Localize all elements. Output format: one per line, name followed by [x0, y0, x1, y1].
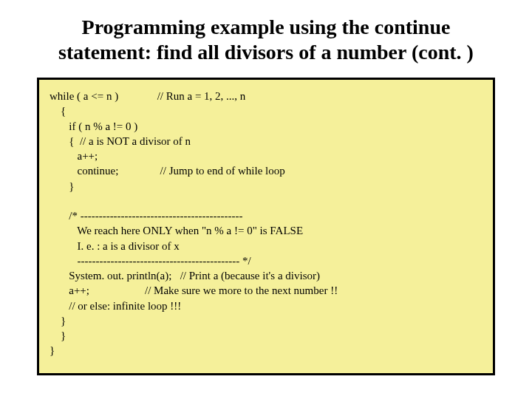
code-line: ----------------------------------------…	[50, 255, 251, 267]
code-line: while ( a <= n ) // Run a = 1, 2, ..., n	[50, 90, 245, 102]
slide-title: Programming example using the continue s…	[37, 15, 495, 64]
code-line: /* -------------------------------------…	[50, 210, 242, 222]
code-line: }	[50, 330, 66, 341]
code-line: continue; // Jump to end of while loop	[50, 165, 285, 177]
code-line: }	[50, 315, 66, 327]
code-content: while ( a <= n ) // Run a = 1, 2, ..., n…	[50, 89, 482, 358]
code-block: while ( a <= n ) // Run a = 1, 2, ..., n…	[37, 78, 495, 375]
code-line: // or else: infinite loop !!!	[50, 300, 181, 312]
slide: Programming example using the continue s…	[0, 0, 532, 399]
code-line: }	[50, 344, 55, 356]
code-line: a++;	[50, 150, 98, 162]
code-line: We reach here ONLY when "n % a != 0" is …	[50, 225, 303, 236]
code-line: I. e. : a is a divisor of x	[50, 240, 180, 252]
code-line: {	[50, 105, 66, 117]
code-line: }	[50, 180, 74, 192]
code-line: a++; // Make sure we more to the next nu…	[50, 284, 338, 296]
code-line: if ( n % a != 0 )	[50, 120, 137, 132]
code-line: { // a is NOT a divisor of n	[50, 135, 191, 147]
code-line: System. out. println(a); // Print a (bec…	[50, 270, 320, 282]
